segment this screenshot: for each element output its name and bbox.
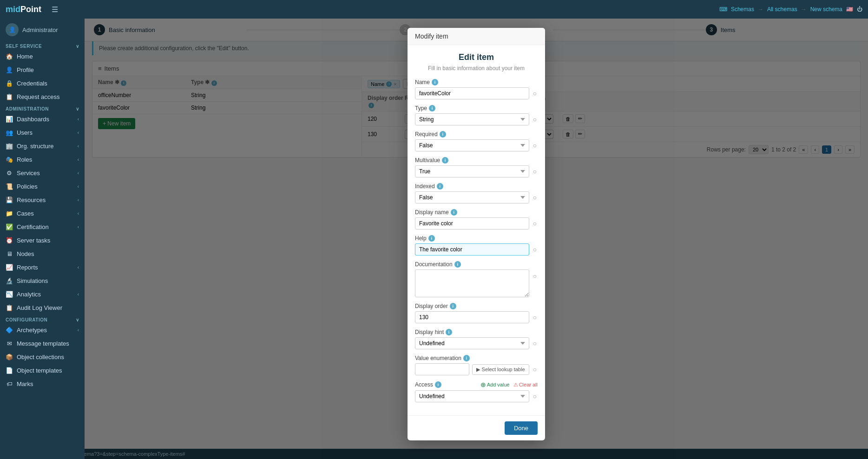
breadcrumb-new-schema[interactable]: New schema — [810, 6, 842, 13]
sidebar-item-org-structure[interactable]: 🏢 Org. structure ‹ — [0, 139, 85, 153]
type-info-icon[interactable]: i — [429, 105, 435, 111]
display-name-clear-btn[interactable]: ○ — [532, 219, 538, 228]
modal-overlay: Modify item Edit item Fill in basic info… — [85, 19, 868, 459]
sidebar-item-archetypes[interactable]: 🔷 Archetypes ‹ — [0, 323, 85, 337]
form-field-display-hint: Display hint i Undefined Regular Emphasi… — [415, 329, 538, 349]
access-label-row: Access i ⊕ Add value ⚠ Clear all — [415, 381, 538, 388]
clear-all-button[interactable]: ⚠ Clear all — [513, 382, 538, 388]
documentation-textarea[interactable] — [415, 269, 529, 297]
sidebar-user: 👤 Administrator — [0, 19, 85, 41]
sidebar-item-simulations[interactable]: 🔬 Simulations — [0, 274, 85, 288]
sidebar-item-audit-log[interactable]: 📋 Audit Log Viewer — [0, 301, 85, 315]
multivalue-select[interactable]: True False — [415, 165, 529, 177]
profile-icon: 👤 — [6, 66, 13, 73]
required-info-icon[interactable]: i — [440, 131, 446, 138]
sidebar-item-certification[interactable]: ✅ Certification ‹ — [0, 220, 85, 234]
indexed-label: Indexed i — [415, 183, 538, 190]
sidebar-item-object-templates[interactable]: 📄 Object templates — [0, 364, 85, 377]
nodes-icon: 🖥 — [6, 250, 13, 257]
name-input[interactable] — [415, 87, 529, 99]
sidebar-item-reports[interactable]: 📈 Reports ‹ — [0, 261, 85, 274]
avatar: 👤 — [6, 23, 19, 36]
breadcrumb-schemas[interactable]: Schemas — [731, 6, 754, 13]
done-button[interactable]: Done — [505, 421, 538, 435]
form-field-display-order: Display order i ○ — [415, 303, 538, 323]
display-hint-info-icon[interactable]: i — [446, 329, 452, 335]
add-value-button[interactable]: ⊕ Add value — [480, 381, 510, 388]
value-enum-input-row: ▶ Select lookup table ○ — [415, 363, 538, 375]
sidebar-item-request-access[interactable]: 📋 Request access — [0, 90, 85, 104]
value-enum-clear-btn[interactable]: ○ — [532, 365, 538, 374]
dashboards-icon: 📊 — [6, 116, 13, 123]
required-select[interactable]: False True — [415, 139, 529, 151]
display-name-info-icon[interactable]: i — [451, 209, 457, 216]
multivalue-clear-btn[interactable]: ○ — [532, 167, 538, 176]
sidebar-item-dashboards[interactable]: 📊 Dashboards ‹ — [0, 112, 85, 126]
select-lookup-button[interactable]: ▶ Select lookup table — [472, 364, 529, 375]
display-order-label: Display order i — [415, 303, 538, 309]
sidebar-item-object-collections[interactable]: 📦 Object collections — [0, 350, 85, 364]
display-name-input[interactable] — [415, 217, 529, 230]
section-chevron: ∨ — [76, 106, 79, 111]
documentation-clear-btn[interactable]: ○ — [532, 271, 538, 281]
documentation-info-icon[interactable]: i — [454, 261, 461, 268]
form-field-multivalue: Multivalue i True False ○ — [415, 157, 538, 177]
arrow-icon: ‹ — [78, 224, 79, 230]
sidebar-item-services[interactable]: ⚙ Services ‹ — [0, 166, 85, 180]
sidebar-item-label: Server tasks — [17, 237, 50, 244]
name-info-icon[interactable]: i — [432, 79, 438, 85]
power-icon[interactable]: ⏻ — [857, 6, 862, 13]
type-select[interactable]: String Integer Boolean DateTime PolyStri… — [415, 113, 529, 125]
sidebar-item-resources[interactable]: 💾 Resources ‹ — [0, 193, 85, 207]
access-clear-btn[interactable]: ○ — [532, 392, 538, 401]
sidebar-item-marks[interactable]: 🏷 Marks — [0, 377, 85, 391]
sidebar-item-profile[interactable]: 👤 Profile — [0, 63, 85, 77]
name-clear-btn[interactable]: ○ — [532, 89, 538, 98]
sidebar-item-label: Request access — [17, 93, 60, 100]
access-select[interactable]: Undefined Read ReadWrite None — [415, 390, 529, 402]
breadcrumb-all-schemas[interactable]: All schemas — [767, 6, 797, 13]
sidebar-item-cases[interactable]: 📁 Cases ‹ — [0, 207, 85, 220]
sidebar-item-analytics[interactable]: 📉 Analytics ‹ — [0, 288, 85, 301]
indexed-select[interactable]: False True — [415, 191, 529, 203]
hamburger-icon[interactable]: ☰ — [52, 5, 58, 14]
display-hint-clear-btn[interactable]: ○ — [532, 339, 538, 348]
users-icon: 👥 — [6, 129, 13, 136]
message-icon: ✉ — [6, 340, 13, 347]
sidebar-item-server-tasks[interactable]: ⏰ Server tasks — [0, 234, 85, 247]
app-logo: midPoint — [6, 5, 41, 14]
sidebar-item-label: Archetypes — [17, 327, 47, 334]
sidebar-item-message-templates[interactable]: ✉ Message templates — [0, 337, 85, 350]
sidebar-item-policies[interactable]: 📜 Policies ‹ — [0, 180, 85, 193]
topbar: midPoint ☰ ⌨ Schemas → All schemas → New… — [0, 0, 868, 19]
sidebar-item-nodes[interactable]: 🖥 Nodes — [0, 247, 85, 261]
value-enum-info-icon[interactable]: i — [463, 355, 470, 361]
required-clear-btn[interactable]: ○ — [532, 141, 538, 150]
sidebar-item-users[interactable]: 👥 Users ‹ — [0, 126, 85, 139]
arrow-icon: ‹ — [78, 170, 79, 176]
sidebar-item-credentials[interactable]: 🔒 Credentials — [0, 77, 85, 90]
display-hint-label: Display hint i — [415, 329, 538, 335]
display-hint-select[interactable]: Undefined Regular Emphasized Hidden — [415, 337, 529, 349]
indexed-clear-btn[interactable]: ○ — [532, 193, 538, 202]
sidebar-section-configuration: CONFIGURATION ∨ — [0, 315, 85, 323]
help-clear-btn[interactable]: ○ — [532, 245, 538, 254]
sidebar-section-self-service: SELF SERVICE ∨ — [0, 41, 85, 50]
help-input[interactable] — [415, 243, 529, 256]
display-order-info-icon[interactable]: i — [450, 303, 456, 309]
value-enum-input[interactable] — [415, 363, 469, 375]
indexed-info-icon[interactable]: i — [437, 183, 443, 190]
display-order-input[interactable] — [415, 311, 529, 323]
sidebar-item-label: Profile — [17, 66, 34, 73]
type-clear-btn[interactable]: ○ — [532, 115, 538, 124]
help-info-icon[interactable]: i — [428, 235, 435, 242]
multivalue-info-icon[interactable]: i — [442, 157, 448, 164]
sidebar-item-home[interactable]: 🏠 Home — [0, 50, 85, 63]
multivalue-input-row: True False ○ — [415, 165, 538, 177]
display-order-clear-btn[interactable]: ○ — [532, 313, 538, 322]
sidebar-item-roles[interactable]: 🎭 Roles ‹ — [0, 153, 85, 166]
sidebar-item-label: Users — [17, 129, 33, 136]
collections-icon: 📦 — [6, 354, 13, 361]
access-info-icon[interactable]: i — [435, 381, 441, 388]
roles-icon: 🎭 — [6, 156, 13, 163]
